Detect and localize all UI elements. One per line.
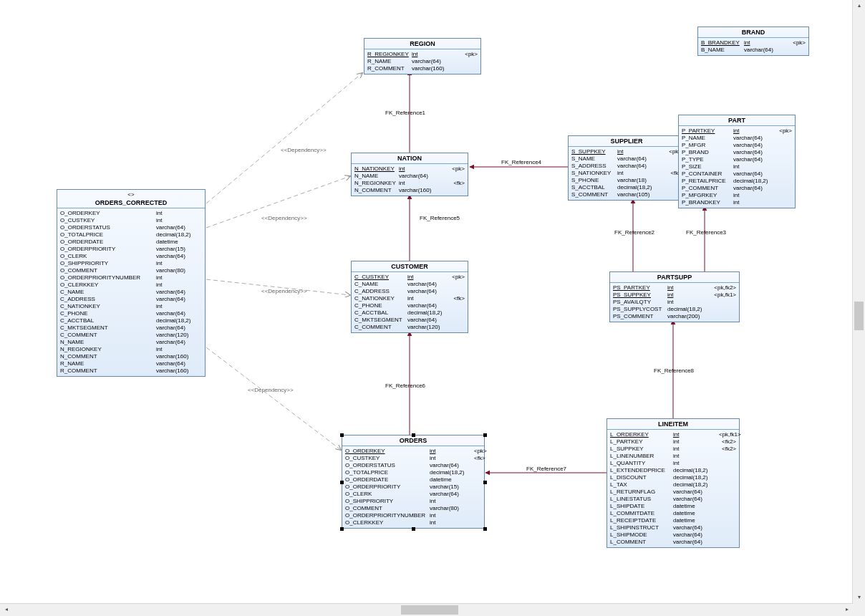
selection-handle[interactable]	[483, 481, 487, 484]
column-row: N_REGIONKEYint	[60, 346, 202, 353]
column-type: decimal(18,2)	[617, 184, 659, 191]
column-flag	[470, 476, 481, 483]
column-row: N_COMMENTvarchar(160)	[354, 187, 465, 194]
svg-line-11	[206, 347, 341, 450]
column-flag	[715, 481, 736, 489]
column-flag	[200, 317, 205, 324]
column-type: datetime	[430, 476, 470, 483]
column-row: C_ACCTBALdecimal(18,2)	[354, 309, 465, 317]
selection-handle[interactable]	[483, 527, 487, 531]
scrollbar-track[interactable]	[853, 12, 865, 592]
column-flag	[200, 253, 205, 260]
column-row: L_LINESTATUSvarchar(64)	[610, 496, 736, 503]
entity-region[interactable]: REGIONR_REGIONKEYint<pk>R_NAMEvarchar(64…	[364, 38, 481, 74]
column-type: int	[430, 455, 470, 462]
entity-orders[interactable]: ORDERSO_ORDERKEYint<pk>O_CUSTKEYint<fk>O…	[342, 435, 485, 529]
column-row: C_PHONEvarchar(64)	[60, 310, 202, 317]
column-row: PS_AVAILQTYint	[613, 299, 736, 306]
entity-part[interactable]: PARTP_PARTKEYint<pk>P_NAMEvarchar(64)P_M…	[678, 115, 796, 208]
column-type: int	[733, 192, 775, 199]
column-type: varchar(64)	[673, 496, 715, 503]
selection-handle[interactable]	[340, 481, 344, 484]
column-type: varchar(15)	[156, 246, 200, 253]
entity-lineitem[interactable]: LINEITEML_ORDERKEYint<pk,fk1>L_PARTKEYin…	[607, 418, 740, 548]
column-flag	[200, 260, 205, 267]
scroll-left-arrow-icon[interactable]: ◂	[0, 604, 12, 616]
column-name: P_TYPE	[682, 156, 733, 163]
selection-handle[interactable]	[340, 433, 344, 437]
column-flag	[200, 289, 205, 296]
column-row: L_COMMITDATEdatetime	[610, 510, 736, 517]
selection-handle[interactable]	[483, 433, 487, 437]
column-flag	[715, 531, 736, 539]
column-name: R_COMMENT	[60, 367, 156, 375]
column-type: int	[430, 498, 470, 505]
entity-nation[interactable]: NATIONN_NATIONKEYint<pk>N_NAMEvarchar(64…	[351, 153, 468, 196]
scrollbar-thumb[interactable]	[854, 302, 864, 330]
column-name: N_NATIONKEY	[354, 165, 399, 173]
column-flag	[200, 339, 205, 346]
column-flag	[200, 267, 205, 274]
column-flag: <fk2>	[715, 438, 736, 446]
column-type: varchar(64)	[673, 531, 715, 539]
column-type: int	[673, 453, 715, 460]
entity-supplier[interactable]: SUPPLIERS_SUPPKEYint<pk>S_NAMEvarchar(64…	[568, 135, 685, 201]
scroll-right-arrow-icon[interactable]: ▸	[841, 604, 853, 616]
column-row: P_TYPEvarchar(64)	[682, 156, 792, 163]
column-name: O_CUSTKEY	[345, 455, 430, 462]
column-name: O_TOTALPRICE	[60, 231, 156, 239]
column-name: C_ADDRESS	[60, 296, 156, 303]
column-flag	[200, 346, 205, 353]
column-row: O_CLERKKEYint	[60, 281, 202, 289]
column-type: varchar(64)	[399, 173, 440, 180]
column-name: C_NATIONKEY	[354, 295, 407, 302]
scroll-up-arrow-icon[interactable]: ▴	[853, 0, 865, 12]
selection-handle[interactable]	[340, 527, 344, 531]
column-flag	[200, 324, 205, 332]
column-flag	[448, 281, 465, 288]
column-type: int	[156, 210, 200, 217]
column-row: O_ORDERSTATUSvarchar(64)	[345, 462, 481, 469]
selection-handle[interactable]	[412, 527, 415, 531]
vertical-scrollbar[interactable]: ▴ ▾	[852, 0, 865, 604]
column-flag: <pk>	[448, 274, 465, 281]
column-row: O_SHIPPRIORITYint	[345, 498, 481, 505]
column-type: varchar(160)	[399, 187, 440, 194]
column-flag	[715, 489, 736, 496]
column-name: L_SHIPDATE	[610, 503, 673, 510]
column-flag: <pk,fk1>	[715, 431, 741, 438]
column-name: S_PHONE	[571, 177, 617, 184]
column-row: O_COMMENTvarchar(80)	[60, 267, 202, 274]
scrollbar-thumb[interactable]	[401, 605, 458, 615]
column-name: C_NATIONKEY	[60, 303, 156, 310]
column-name: L_RECEIPTDATE	[610, 517, 673, 524]
column-name: L_TAX	[610, 481, 673, 489]
horizontal-scrollbar[interactable]: ◂ ▸	[0, 603, 853, 616]
entity-orders-corrected[interactable]: <>ORDERS_CORRECTEDO_ORDERKEYintO_CUSTKEY…	[57, 189, 206, 377]
column-row: O_CUSTKEYint	[60, 217, 202, 224]
column-row: P_RETAILPRICEdecimal(18,2)	[682, 178, 792, 185]
column-flag	[200, 217, 205, 224]
entity-title: BRAND	[698, 27, 808, 38]
column-row: O_ORDERPRIORITYNUMBERint	[60, 274, 202, 281]
column-type: int	[407, 274, 448, 281]
column-name: P_COMMENT	[682, 185, 733, 192]
column-flag: <pk,fk1>	[707, 292, 736, 299]
entity-brand[interactable]: BRANDB_BRANDKEYint<pk>B_NAMEvarchar(64)	[697, 27, 809, 56]
column-flag	[448, 317, 465, 324]
scroll-down-arrow-icon[interactable]: ▾	[853, 592, 865, 604]
column-row: P_COMMENTvarchar(64)	[682, 185, 792, 192]
column-name: O_CLERK	[60, 253, 156, 260]
diagram-canvas[interactable]: FK_Reference1 FK_Reference5 FK_Reference…	[0, 0, 852, 605]
column-row: L_TAXdecimal(18,2)	[610, 481, 736, 489]
column-type: varchar(64)	[156, 296, 200, 303]
column-row: L_RECEIPTDATEdatetime	[610, 517, 736, 524]
entity-customer[interactable]: CUSTOMERC_CUSTKEYint<pk>C_NAMEvarchar(64…	[351, 261, 468, 333]
selection-handle[interactable]	[412, 433, 415, 437]
column-name: N_COMMENT	[60, 353, 156, 360]
column-flag	[775, 163, 792, 170]
column-type: int	[667, 299, 707, 306]
column-name: C_PHONE	[354, 302, 407, 309]
entity-partsupp[interactable]: PARTSUPPPS_PARTKEYint<pk,fk2>PS_SUPPKEYi…	[609, 271, 740, 322]
column-name: PS_SUPPLYCOST	[613, 306, 667, 313]
